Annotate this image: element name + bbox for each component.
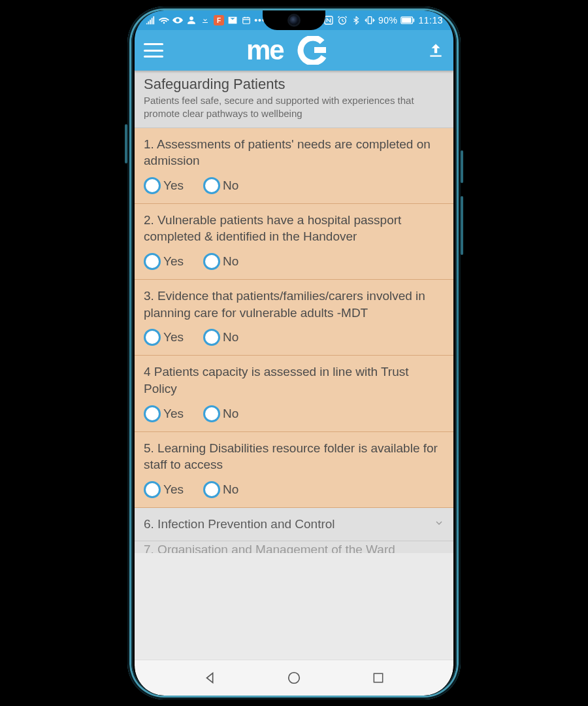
phone-notch	[263, 10, 325, 30]
collapsed-section[interactable]: 6. Infection Prevention and Control	[135, 508, 453, 541]
question-text: 1. Assessments of patients' needs are co…	[144, 136, 444, 169]
phone-side-button	[125, 124, 127, 163]
question-text: 4 Patients capacity is assessed in line …	[144, 363, 444, 397]
svg-rect-6	[414, 18, 415, 22]
svg-rect-0	[243, 18, 250, 24]
option-label: Yes	[163, 330, 184, 345]
vibrate-icon	[365, 15, 375, 25]
wifi-icon	[159, 15, 169, 25]
option-no[interactable]: No	[203, 329, 238, 346]
radio-icon[interactable]	[203, 329, 220, 346]
calendar-icon	[241, 15, 252, 25]
brand-logo: me	[246, 36, 344, 65]
svg-rect-5	[402, 18, 412, 23]
radio-icon[interactable]	[144, 481, 161, 498]
person-icon	[186, 15, 197, 25]
home-button[interactable]	[286, 669, 302, 686]
option-yes[interactable]: Yes	[144, 329, 184, 346]
upload-button[interactable]	[427, 42, 444, 59]
option-label: No	[223, 407, 238, 421]
radio-icon[interactable]	[203, 405, 220, 422]
question-item: 2. Vulnerable patients have a hospital p…	[135, 204, 453, 280]
battery-icon	[400, 15, 415, 25]
option-yes[interactable]: Yes	[144, 253, 184, 270]
radio-icon[interactable]	[144, 405, 161, 422]
question-item: 3. Evidence that patients/families/carer…	[135, 280, 453, 356]
collapsed-section-label: 6. Infection Prevention and Control	[144, 517, 335, 531]
option-yes[interactable]: Yes	[144, 177, 184, 194]
svg-rect-3	[368, 17, 371, 24]
chevron-down-icon	[434, 518, 444, 530]
question-text: 3. Evidence that patients/families/carer…	[144, 288, 444, 321]
section-header: Safeguarding Patients Patients feel safe…	[135, 71, 453, 128]
front-camera	[289, 16, 299, 25]
radio-icon[interactable]	[144, 177, 161, 194]
form-content[interactable]: Safeguarding Patients Patients feel safe…	[135, 71, 453, 660]
section-title: Safeguarding Patients	[144, 76, 444, 93]
option-label: Yes	[163, 407, 184, 421]
bluetooth-icon	[351, 15, 361, 25]
question-text: 2. Vulnerable patients have a hospital p…	[144, 212, 444, 245]
option-label: Yes	[163, 482, 184, 497]
clock: 11:13	[418, 15, 443, 25]
alarm-icon	[337, 15, 348, 25]
option-no[interactable]: No	[203, 253, 238, 270]
svg-rect-11	[374, 673, 382, 682]
collapsed-section-label: 7. Organisation and Management of the Wa…	[144, 543, 395, 553]
radio-icon[interactable]	[144, 253, 161, 270]
signal-icon	[145, 15, 155, 25]
recents-button[interactable]	[370, 669, 387, 686]
option-label: Yes	[163, 254, 184, 269]
question-item: 5. Learning Disabilities resource folder…	[135, 432, 453, 508]
question-item: 4 Patients capacity is assessed in line …	[135, 356, 453, 431]
option-no[interactable]: No	[203, 481, 238, 498]
phone-side-button	[461, 150, 463, 183]
phone-side-button	[461, 196, 463, 255]
svg-text:me: me	[246, 36, 284, 65]
back-button[interactable]	[202, 669, 219, 686]
svg-rect-9	[314, 47, 326, 53]
radio-icon[interactable]	[203, 177, 220, 194]
mail-icon	[227, 15, 238, 25]
option-label: No	[223, 482, 238, 497]
app-notification-icon: F	[214, 15, 224, 25]
phone-frame: F •••	[127, 7, 461, 699]
battery-percent: 90%	[378, 15, 398, 25]
question-item: 1. Assessments of patients' needs are co…	[135, 128, 453, 204]
collapsed-section[interactable]: 7. Organisation and Management of the Wa…	[135, 541, 453, 553]
menu-button[interactable]	[144, 43, 163, 58]
radio-icon[interactable]	[203, 481, 220, 498]
svg-point-10	[289, 673, 300, 684]
download-icon	[200, 15, 210, 25]
question-text: 5. Learning Disabilities resource folder…	[144, 440, 444, 473]
radio-icon[interactable]	[203, 253, 220, 270]
option-label: No	[223, 254, 238, 269]
option-label: Yes	[163, 178, 184, 193]
option-yes[interactable]: Yes	[144, 481, 184, 498]
option-label: No	[223, 330, 238, 345]
option-yes[interactable]: Yes	[144, 405, 184, 422]
radio-icon[interactable]	[144, 329, 161, 346]
eye-icon	[172, 15, 183, 25]
option-no[interactable]: No	[203, 177, 238, 194]
option-label: No	[223, 178, 238, 193]
android-nav-bar	[135, 660, 453, 696]
section-subtitle: Patients feel safe, secure and supported…	[144, 94, 444, 121]
option-no[interactable]: No	[203, 405, 238, 422]
app-header: me	[135, 30, 453, 71]
